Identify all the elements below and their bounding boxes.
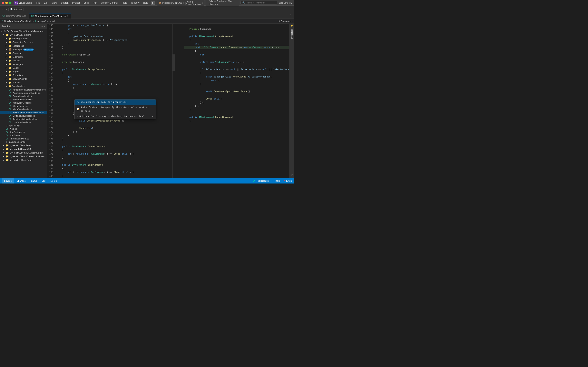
properties-label[interactable]: Properties bbox=[291, 28, 293, 40]
traffic-lights[interactable] bbox=[2, 2, 11, 4]
pkg-arrow: ▶ bbox=[6, 49, 9, 50]
ref-icon: 📁 bbox=[9, 44, 12, 47]
menu-build[interactable]: Build bbox=[82, 1, 91, 5]
tree-item-settingsvm[interactable]: C# SettingsViewModel.cs bbox=[0, 114, 47, 117]
menu-run[interactable]: Run bbox=[91, 1, 99, 5]
tasks-label: Tasks bbox=[275, 180, 280, 182]
tree-item-packages[interactable]: ▶ 📦 Packages 13 updates bbox=[0, 48, 47, 51]
build-target[interactable]: 📦 MyHealth.Client.iOS › Debug | iPhoneSi… bbox=[157, 0, 205, 6]
menu-help[interactable]: Help bbox=[141, 1, 150, 5]
tasks-item[interactable]: ✓ Tasks bbox=[272, 179, 280, 182]
code-content[interactable]: get { return _patientEvents; } set { _pa… bbox=[55, 24, 172, 178]
prop-label: Properties bbox=[12, 74, 23, 76]
tree-item-appsettings[interactable]: C# AppSettings.cs bbox=[0, 131, 47, 134]
tab-homeviewmodel[interactable]: C# HomeViewModel.cs bbox=[0, 13, 29, 18]
breadcrumb-class[interactable]: NewAppointmentViewModel bbox=[4, 20, 32, 22]
tab-label-homeviewmodel: HomeViewModel.cs bbox=[6, 15, 26, 17]
tree-item-pages[interactable]: ▶ 📁 Pages bbox=[0, 70, 47, 73]
appts-icon: C# bbox=[9, 92, 11, 94]
tree-item-core[interactable]: ▼ 📁 MyHealth.Client.Core bbox=[0, 33, 47, 37]
right-panel-icon1[interactable]: ⚙ bbox=[291, 174, 293, 176]
tree-item-intunit[interactable]: C# InternationalUnit.cs bbox=[0, 137, 47, 140]
tree-item-menuvm[interactable]: C# MenuViewModel.cs bbox=[0, 108, 47, 111]
menu-edit[interactable]: Edit bbox=[42, 1, 50, 5]
split-line-13: if (SelectedDoctor == null || SelectedDa… bbox=[184, 68, 289, 71]
menuvm-icon: C# bbox=[9, 108, 11, 110]
menu-version-control[interactable]: Version Control bbox=[99, 1, 119, 5]
tree-item-model[interactable]: ▶ 📁 Model bbox=[0, 66, 47, 70]
autocomplete-item-0[interactable]: 🔧 Use expression body for properties bbox=[75, 100, 156, 105]
tree-item-menuopt[interactable]: C# MenuOption.cs bbox=[0, 104, 47, 108]
breadcrumb-method[interactable]: AcceptCommand bbox=[37, 20, 54, 22]
tab-close-newappointment[interactable]: × bbox=[67, 15, 68, 17]
tree-item-appts[interactable]: C# AppointmentsViewModel.cs bbox=[0, 91, 47, 95]
menu-tools[interactable]: Tools bbox=[120, 1, 129, 5]
tab-merge[interactable]: Merge bbox=[48, 178, 59, 184]
tree-item-converters[interactable]: ▶ 📁 Converters bbox=[0, 51, 47, 55]
run-button[interactable]: ▶ bbox=[151, 1, 155, 5]
errors-item[interactable]: ✕ Errors bbox=[284, 179, 292, 182]
autocomplete-item-2[interactable]: ⚙ Options for 'Use expression body for p… bbox=[75, 114, 156, 119]
tree-item-mainvm[interactable]: C# MainViewModel.cs bbox=[0, 101, 47, 104]
nav-forward[interactable]: › bbox=[5, 8, 8, 11]
menu-search[interactable]: Search bbox=[59, 1, 70, 5]
menu-project[interactable]: Project bbox=[71, 1, 81, 5]
test-results-item[interactable]: 🧪 Test Results bbox=[253, 179, 269, 182]
tree-item-appstart[interactable]: C# AppStart.cs bbox=[0, 134, 47, 137]
tab-log[interactable]: Log bbox=[39, 178, 48, 184]
minimize-button[interactable] bbox=[5, 2, 8, 4]
tree-item-solution[interactable]: ▼ 🗂 04_Demos_NativeXamarinApps (master) bbox=[0, 29, 47, 33]
tree-item-serviceagents[interactable]: ▶ 📁 ServiceAgents bbox=[0, 77, 47, 81]
tree-item-getting-started[interactable]: ▶ 📁 Getting Started bbox=[0, 37, 47, 40]
tree-item-watchkit[interactable]: ▶ 📁 MyHealth.Client.iOSWatchKitApp bbox=[0, 151, 47, 155]
tree-item-pkgsconfig[interactable]: ⚙ packages.config bbox=[0, 140, 47, 143]
ext-label: Extensions bbox=[12, 56, 24, 58]
tree-item-droid[interactable]: ▶ 📁 MyHealth.Client.Droid bbox=[0, 143, 47, 147]
menu-view[interactable]: View bbox=[50, 1, 59, 5]
menu-bar[interactable]: File Edit View Search Project Build Run … bbox=[35, 1, 150, 5]
close-button[interactable] bbox=[2, 2, 4, 4]
tree-item-basevm[interactable]: C# BaseViewModel.cs bbox=[0, 95, 47, 98]
tree-item-watchext[interactable]: ▶ 📁 MyHealth.Client.iOSWatchKitExtension bbox=[0, 155, 47, 158]
tree-item-newapptvm[interactable]: C# NewAppointmentViewModel.cs bbox=[0, 111, 47, 114]
core-arrow: ▼ bbox=[3, 34, 6, 36]
tree-item-messages[interactable]: ▶ 📁 Messages bbox=[0, 62, 47, 66]
menu-window[interactable]: Window bbox=[129, 1, 141, 5]
tab-source[interactable]: Source bbox=[2, 178, 14, 184]
tree-item-appcs[interactable]: C# App.cs bbox=[0, 127, 47, 131]
tree-item-helpers[interactable]: ▶ 📁 Helpers bbox=[0, 59, 47, 62]
search-icon: 🔍 bbox=[242, 1, 245, 4]
gs-label: Getting Started bbox=[12, 37, 27, 40]
tab-blame[interactable]: Blame bbox=[28, 178, 39, 184]
tab-label-newappointment: NewAppointmentViewModel.cs bbox=[35, 15, 66, 17]
split-line-21: Close(this); bbox=[184, 97, 289, 101]
autocomplete-item-1[interactable]: 📝 Add a Contract to specify the return v… bbox=[75, 105, 156, 114]
minimap-thumb[interactable] bbox=[173, 54, 175, 71]
maximize-button[interactable] bbox=[9, 2, 11, 4]
tree-item-homevm[interactable]: C# HomeViewModel.cs bbox=[0, 98, 47, 101]
tree-item-ios[interactable]: ▶ 📁 MyHealth.Client.iOS bbox=[0, 147, 47, 151]
menuopt-icon: C# bbox=[9, 105, 11, 107]
sidebar-close-btn[interactable]: × bbox=[44, 25, 45, 28]
nav-back[interactable]: ‹ bbox=[2, 8, 4, 11]
tree-item-extensions[interactable]: ▶ 📁 Extensions bbox=[0, 55, 47, 59]
tab-overflow[interactable]: ⋮ bbox=[287, 13, 294, 18]
tree-item-references[interactable]: ▶ 📁 References bbox=[0, 44, 47, 48]
split-code[interactable]: #region Commands public IMvxCommand Acce… bbox=[175, 24, 289, 178]
tree-item-properties[interactable]: ▶ 📁 Properties bbox=[0, 73, 47, 77]
tree-item-apptdetails[interactable]: C# AppointmentDetailsViewMode.cs bbox=[0, 88, 47, 91]
tree-item-uservm[interactable]: C# UserViewModel.cs bbox=[0, 121, 47, 124]
tree-item-uitest[interactable]: ▶ 📁 MyHealth.UITest.Droid bbox=[0, 158, 47, 162]
tab-newappointmentviewmodel[interactable]: C# NewAppointmentViewModel.cs × bbox=[29, 13, 71, 18]
tab-changes[interactable]: Changes bbox=[14, 178, 28, 184]
code-line-175 bbox=[57, 141, 172, 145]
autocomplete-popup[interactable]: 🔧 Use expression body for properties 📝 A… bbox=[74, 99, 156, 119]
menu-file[interactable]: File bbox=[35, 1, 42, 5]
global-search[interactable]: 🔍 Press ⌘: to search bbox=[241, 1, 277, 5]
sidebar-add-btn[interactable]: + bbox=[42, 25, 43, 28]
tree-item-appconfig[interactable]: ⚙ app.config bbox=[0, 124, 47, 127]
tree-item-viewmodels[interactable]: ▼ 📁 ViewModels bbox=[0, 84, 47, 88]
tree-item-connected[interactable]: ▶ 📁 Connected Services bbox=[0, 40, 47, 44]
tree-item-treatmentvm[interactable]: C# TreatmentViewModel.cs bbox=[0, 117, 47, 121]
tree-item-services[interactable]: ▶ 📁 Services bbox=[0, 81, 47, 84]
